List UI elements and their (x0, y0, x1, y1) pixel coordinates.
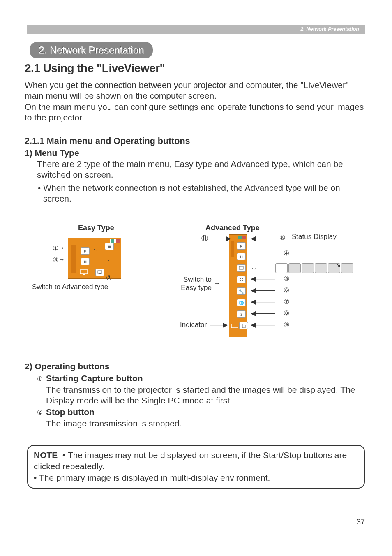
arrow-icon: ◀——— (251, 298, 275, 306)
minimize-icon (238, 236, 242, 239)
note-line-2: • The primary image is displayed in mult… (34, 473, 270, 482)
monitor-icon (237, 264, 246, 272)
arrow-down-icon: ↘ (335, 261, 341, 269)
heading-main: 2.1 Using the "LiveViewer" (25, 62, 165, 75)
pause-icon (237, 253, 246, 260)
item-2-body: The image transmission is stopped. (46, 418, 365, 429)
svg-rect-10 (242, 255, 242, 257)
switch-easy-text: Switch to Easy type (181, 276, 212, 292)
note-keyword: NOTE (34, 450, 58, 460)
item-1-body: The transmission to the projector is sta… (46, 385, 365, 406)
callout-6: ⑥ (284, 286, 289, 294)
section-pill: 2. Network Presentation (30, 42, 153, 58)
arrow-icon: → (58, 256, 65, 263)
play-icon (237, 242, 246, 250)
arrow-icon: ——▶ (210, 321, 228, 329)
monitor-icon (95, 269, 104, 276)
subheading-2-1-1: 2.1.1 Main menu and Operating buttons (25, 136, 190, 146)
switch-advanced-label: Switch to Advanced type (32, 283, 108, 291)
file-icon (239, 322, 248, 329)
svg-rect-6 (99, 273, 101, 274)
arrow-icon: ◀——— (251, 321, 275, 329)
section-1-bullet: • When the network connection is not est… (38, 183, 365, 204)
svg-marker-8 (240, 244, 242, 247)
arrow-icon: ◀——— (251, 286, 275, 294)
svg-rect-9 (240, 255, 241, 257)
svg-rect-7 (108, 245, 110, 247)
page-number: 37 (357, 518, 365, 526)
status-item-icon (288, 263, 301, 273)
callout-2: ② (106, 274, 112, 282)
line-icon (337, 241, 337, 264)
indicator-icon (79, 269, 89, 276)
status-display-label: Status Display (292, 233, 337, 241)
svg-rect-12 (240, 278, 241, 279)
intro-paragraph: When you get the connection between your… (25, 80, 365, 123)
wrench-icon: 🔧 (237, 287, 246, 295)
status-item-icon (275, 263, 288, 273)
callout-7: ⑦ (284, 298, 289, 306)
svg-rect-2 (85, 260, 86, 262)
section-2-title: 2) Operating buttons (25, 361, 110, 371)
indicator-label: Indicator (180, 321, 207, 329)
section-pill-text: 2. Network Presentation (39, 44, 144, 56)
status-item-icon (302, 263, 314, 273)
callout-4: ④ (284, 249, 289, 257)
section-1-body: There are 2 type of the main menu, Easy … (37, 159, 365, 181)
item-1-heading: Starting Capture button (46, 373, 143, 383)
double-arrow-icon: ↔ (251, 265, 257, 272)
svg-rect-16 (231, 324, 238, 328)
header-breadcrumb-text: 2. Network Presentation (301, 26, 359, 32)
close-icon (242, 236, 246, 239)
callout-8: ⑧ (284, 309, 289, 317)
play-icon (81, 247, 90, 255)
item-2-number: ② (37, 409, 42, 416)
figure-area: Easy Type Advanced Type ① → ③ → ↔ ← ② Sw… (25, 222, 365, 345)
arrow-icon: ◀—— (251, 234, 269, 242)
status-display-strip (275, 263, 353, 273)
svg-marker-0 (84, 249, 86, 252)
svg-rect-5 (98, 271, 102, 273)
line-icon (250, 253, 281, 253)
callout-5: ⑤ (284, 275, 289, 283)
status-item-icon (315, 263, 327, 273)
arrow-icon: → (214, 280, 220, 287)
liveviewer-tab-icon (71, 245, 76, 273)
easy-type-label: Easy Type (78, 224, 114, 232)
globe-icon: 🌐 (237, 299, 246, 306)
indicator-icon (231, 323, 238, 329)
note-box: NOTE • The images may not be displayed o… (27, 445, 365, 489)
arrow-icon: ◀——— (251, 275, 275, 283)
svg-rect-4 (83, 274, 85, 275)
stop-square-icon (105, 243, 114, 250)
arrow-up-icon: ← (105, 259, 112, 265)
svg-rect-14 (240, 280, 241, 281)
switch-easy-label: Switch to Easy type (173, 276, 212, 292)
item-2-heading: Stop button (46, 407, 95, 417)
callout-3: ③ (53, 256, 58, 264)
advanced-type-ui-mock: 🔧 🌐 ℹ (229, 234, 247, 337)
close-icon (115, 239, 120, 243)
arrow-icon: ◀——— (251, 309, 275, 317)
arrow-icon: → (58, 244, 65, 252)
line-icon (76, 280, 76, 280)
svg-rect-11 (239, 266, 243, 269)
note-line-1: • The images may not be displayed on scr… (34, 450, 347, 471)
callout-10: ⑩ (279, 234, 285, 241)
callout-11: ⑪ (201, 234, 208, 243)
svg-rect-1 (84, 260, 85, 262)
liveviewer-tab-icon (231, 241, 234, 257)
svg-rect-3 (80, 270, 88, 274)
item-1-number: ① (37, 375, 42, 382)
callout-9: ⑨ (284, 321, 289, 329)
arrow-icon: ———▶ (209, 234, 230, 242)
pause-icon (81, 258, 90, 265)
svg-rect-15 (242, 280, 243, 281)
info-icon: ℹ (237, 310, 246, 318)
svg-rect-13 (242, 278, 243, 279)
advanced-type-label: Advanced Type (205, 224, 260, 232)
header-breadcrumb-bar: 2. Network Presentation (27, 25, 365, 34)
callout-1: ① (53, 244, 58, 252)
double-arrow-icon: ↔ (92, 246, 99, 253)
grid-icon (237, 276, 246, 283)
